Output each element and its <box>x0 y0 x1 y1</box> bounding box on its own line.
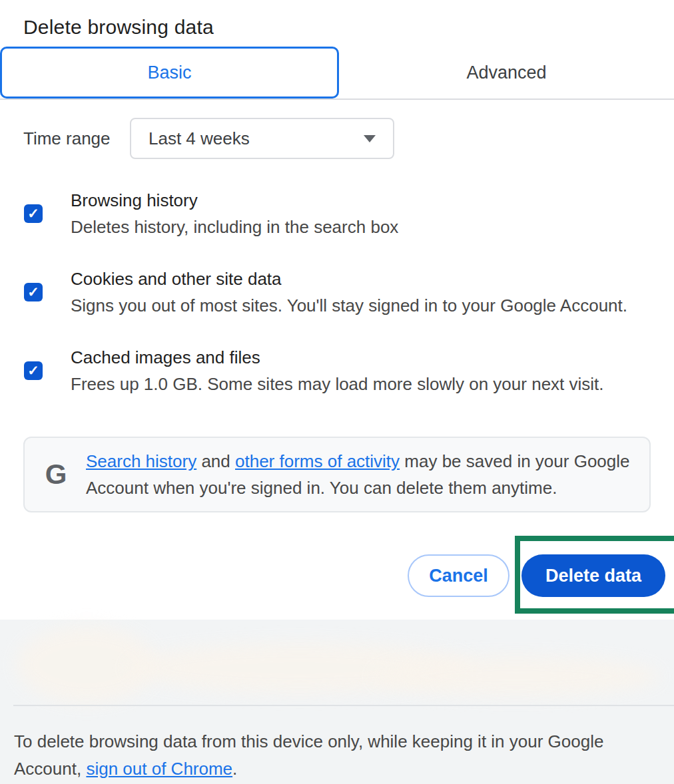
cached-images-checkbox[interactable]: ✓ <box>24 361 43 380</box>
row-text: Browsing history Deletes history, includ… <box>71 187 398 240</box>
browsing-history-label: Browsing history <box>71 187 398 214</box>
tab-basic-label: Basic <box>147 63 191 83</box>
tab-bar: Basic Advanced <box>0 47 674 100</box>
row-text: Cached images and files Frees up 1.0 GB.… <box>71 344 604 397</box>
browsing-history-checkbox[interactable]: ✓ <box>24 204 43 223</box>
cached-images-description: Frees up 1.0 GB. Some sites may load mor… <box>71 371 604 397</box>
notice-text: Search history and other forms of activi… <box>86 448 633 501</box>
tab-advanced[interactable]: Advanced <box>339 47 674 98</box>
dialog-button-row: Cancel Delete data <box>0 554 674 597</box>
row-text: Cookies and other site data Signs you ou… <box>71 266 627 319</box>
page-divider <box>13 705 674 706</box>
cookies-checkbox[interactable]: ✓ <box>24 283 43 301</box>
checkmark-icon: ✓ <box>27 206 39 222</box>
checkmark-icon: ✓ <box>27 284 39 300</box>
page-background-scrim: To delete browsing data from this device… <box>0 620 674 784</box>
row-browsing-history: ✓ Browsing history Deletes history, incl… <box>24 187 657 240</box>
other-forms-of-activity-link[interactable]: other forms of activity <box>235 451 400 471</box>
sign-out-of-chrome-link[interactable]: sign out of Chrome <box>86 759 232 779</box>
google-account-notice: G Search history and other forms of acti… <box>23 437 651 512</box>
row-cookies: ✓ Cookies and other site data Signs you … <box>24 266 657 319</box>
time-range-label: Time range <box>23 128 130 149</box>
page-footer-text: To delete browsing data from this device… <box>14 728 673 783</box>
dialog-title: Delete browsing data <box>23 16 214 39</box>
search-history-link[interactable]: Search history <box>86 451 196 471</box>
row-cached-images: ✓ Cached images and files Frees up 1.0 G… <box>24 344 657 397</box>
cookies-label: Cookies and other site data <box>71 266 627 292</box>
cached-images-label: Cached images and files <box>71 344 604 371</box>
time-range-selected-value: Last 4 weeks <box>149 128 250 149</box>
checkbox-list: ✓ Browsing history Deletes history, incl… <box>24 187 657 423</box>
notice-text-mid: and <box>196 451 235 471</box>
time-range-select[interactable]: Last 4 weeks <box>130 118 394 159</box>
delete-data-button[interactable]: Delete data <box>521 554 665 597</box>
checkmark-icon: ✓ <box>27 363 39 379</box>
cookies-description: Signs you out of most sites. You'll stay… <box>71 292 627 319</box>
dropdown-caret-icon <box>364 135 376 142</box>
browsing-history-description: Deletes history, including in the search… <box>71 214 398 240</box>
time-range-row: Time range Last 4 weeks <box>23 118 394 159</box>
cancel-button[interactable]: Cancel <box>408 554 509 597</box>
footer-text-after-link: . <box>232 759 237 779</box>
tab-advanced-label: Advanced <box>466 63 546 83</box>
google-g-icon: G <box>41 459 71 490</box>
tab-basic[interactable]: Basic <box>0 47 339 98</box>
ghost-content-blob <box>373 656 659 696</box>
